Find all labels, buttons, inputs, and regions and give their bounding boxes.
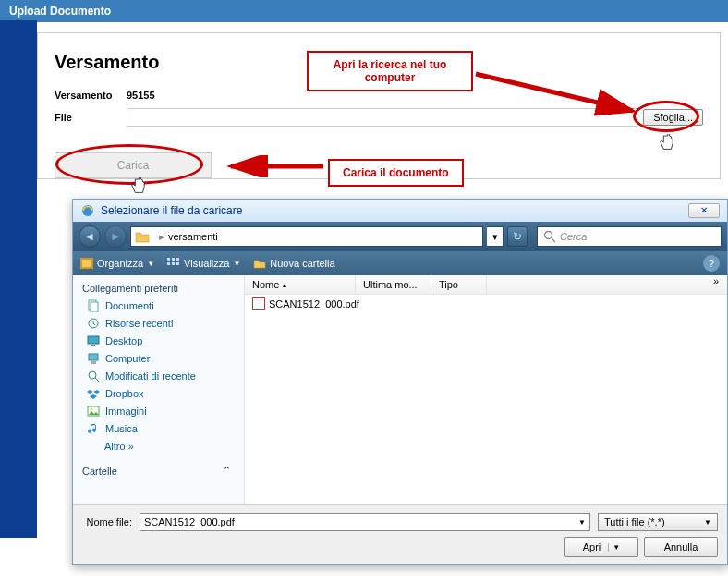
svg-point-4: [545, 232, 552, 239]
file-name: SCAN1512_000.pdf: [269, 298, 359, 309]
open-button[interactable]: Apri ▼: [564, 537, 638, 557]
music-icon: [86, 422, 100, 435]
file-label: File: [55, 112, 127, 123]
breadcrumb-sep: ▸: [159, 231, 164, 243]
sidebar-item-computer[interactable]: Computer: [86, 352, 235, 365]
dialog-sidebar: Collegamenti preferiti Documenti Risorse…: [73, 275, 245, 504]
sidebar-header: Collegamenti preferiti: [82, 283, 235, 294]
dropdown-icon: ▼: [578, 518, 586, 527]
sidebar-folders-toggle[interactable]: Cartelle ⌃: [82, 465, 235, 477]
file-row[interactable]: SCAN1512_000.pdf: [245, 295, 727, 313]
col-modified[interactable]: Ultima mo...: [356, 275, 431, 294]
dialog-search-input[interactable]: Cerca: [537, 226, 722, 247]
pdf-icon: [252, 297, 265, 310]
dropdown-icon: ▼: [608, 543, 620, 552]
sidebar-item-recent[interactable]: Risorse recenti: [86, 317, 235, 330]
col-type[interactable]: Tipo: [431, 275, 487, 294]
svg-rect-15: [91, 302, 98, 312]
organize-menu[interactable]: Organizza ▼: [80, 258, 154, 269]
cancel-button[interactable]: Annulla: [644, 537, 718, 557]
svg-point-21: [89, 371, 96, 379]
folder-icon: [135, 230, 150, 243]
filename-input[interactable]: SCAN1512_000.pdf ▼: [140, 513, 590, 531]
file-path-input[interactable]: [127, 108, 637, 127]
svg-rect-10: [176, 258, 179, 261]
filename-label: Nome file:: [82, 516, 132, 527]
ie-icon: [80, 203, 95, 218]
svg-rect-18: [91, 345, 95, 346]
window-title: Upload Documento: [9, 5, 111, 18]
sidebar-item-images[interactable]: Immagini: [86, 405, 235, 418]
dropbox-icon: [86, 387, 100, 400]
svg-rect-8: [167, 258, 170, 261]
dialog-close-button[interactable]: ✕: [688, 203, 720, 218]
breadcrumb-folder: versamenti: [168, 231, 218, 242]
versamento-label: Versamento: [55, 90, 127, 101]
annotation-upload: Carica il documento: [328, 159, 464, 187]
svg-rect-12: [172, 262, 175, 265]
sidebar-item-music[interactable]: Musica: [86, 422, 235, 435]
file-row: File Sfoglia...: [55, 108, 703, 127]
dropdown-icon: ▼: [704, 518, 711, 527]
sidebar-more[interactable]: Altro »: [104, 441, 235, 452]
annotation-browse: Apri la ricerca nel tuo computer: [307, 51, 473, 91]
sidebar-item-modified[interactable]: Modificati di recente: [86, 370, 235, 382]
svg-rect-20: [91, 361, 96, 364]
dialog-toolbar: Organizza ▼ Visualizza ▼ Nuova cartella …: [73, 251, 727, 275]
dialog-bottom-bar: Nome file: SCAN1512_000.pdf ▼ Tutti i fi…: [73, 504, 727, 564]
dropdown-icon: ▼: [147, 260, 154, 268]
svg-rect-9: [172, 258, 175, 261]
documents-icon: [86, 299, 100, 312]
views-menu[interactable]: Visualizza ▼: [167, 258, 240, 269]
col-more[interactable]: »: [705, 275, 727, 294]
versamento-value: 95155: [127, 90, 155, 101]
chevron-up-icon: ⌃: [223, 465, 231, 477]
nav-back-button[interactable]: ◄: [79, 225, 101, 248]
sort-icon: ▴: [283, 281, 286, 289]
computer-icon: [86, 352, 100, 365]
breadcrumb-dropdown[interactable]: ▾: [487, 226, 504, 247]
window-title-bar: Upload Documento: [0, 0, 728, 22]
dialog-title-bar: Selezionare il file da caricare ✕: [73, 200, 727, 222]
svg-rect-13: [176, 262, 179, 265]
desktop-icon: [86, 334, 100, 347]
browse-button[interactable]: Sfoglia...: [643, 109, 703, 126]
nav-forward-button[interactable]: ►: [104, 225, 127, 248]
sidebar-item-dropbox[interactable]: Dropbox: [86, 387, 235, 400]
svg-rect-19: [89, 354, 98, 360]
sidebar-item-desktop[interactable]: Desktop: [86, 334, 235, 347]
upload-button[interactable]: Carica: [55, 152, 212, 178]
breadcrumb[interactable]: ▸ versamenti: [130, 226, 483, 247]
left-blue-panel: [0, 20, 37, 538]
dialog-title: Selezionare il file da caricare: [101, 204, 242, 217]
new-folder-icon: [253, 258, 266, 269]
dropdown-icon: ▼: [233, 260, 240, 268]
file-list-header: Nome▴ Ultima mo... Tipo »: [245, 275, 727, 295]
search-icon: [543, 230, 556, 243]
views-icon: [167, 258, 180, 269]
sidebar-item-documenti[interactable]: Documenti: [86, 299, 235, 312]
recent-icon: [86, 317, 100, 330]
search-placeholder: Cerca: [560, 231, 587, 242]
col-name[interactable]: Nome▴: [245, 275, 356, 294]
organize-icon: [80, 258, 93, 269]
new-folder-button[interactable]: Nuova cartella: [253, 258, 334, 269]
dialog-nav-bar: ◄ ► ▸ versamenti ▾ ↻ Cerca: [73, 222, 727, 251]
svg-line-22: [95, 378, 99, 382]
svg-rect-7: [82, 260, 91, 267]
file-list-panel: Nome▴ Ultima mo... Tipo » SCAN1512_000.p…: [245, 275, 727, 504]
images-icon: [86, 405, 100, 418]
file-filter-dropdown[interactable]: Tutti i file (*.*) ▼: [598, 513, 718, 531]
cursor-icon: [129, 177, 146, 198]
svg-rect-11: [167, 262, 170, 265]
svg-line-5: [552, 238, 555, 242]
search-folder-icon: [86, 370, 100, 382]
svg-point-24: [90, 408, 92, 411]
svg-rect-17: [88, 336, 99, 344]
file-open-dialog: Selezionare il file da caricare ✕ ◄ ► ▸ …: [72, 199, 728, 565]
refresh-button[interactable]: ↻: [507, 226, 528, 247]
help-button[interactable]: ?: [703, 255, 720, 272]
dialog-body: Collegamenti preferiti Documenti Risorse…: [73, 275, 727, 504]
